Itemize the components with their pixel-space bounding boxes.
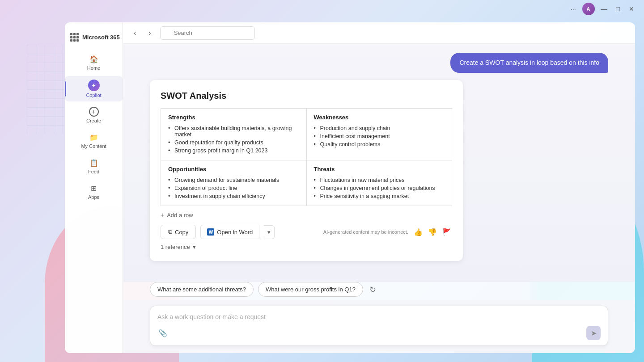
list-item: Fluctuations in raw material prices bbox=[314, 176, 445, 184]
sidebar: Microsoft 365 🏠 Home ✦ Copilot + Create … bbox=[65, 22, 123, 353]
sidebar-item-home[interactable]: 🏠 Home bbox=[65, 51, 123, 74]
strengths-list: Offers sustainable building materials, a… bbox=[168, 124, 299, 155]
swot-cell-weaknesses: Weaknesses Production and supply chain I… bbox=[306, 109, 452, 160]
open-in-word-button[interactable]: W Open in Word bbox=[200, 225, 259, 239]
window-controls: ··· A — □ ✕ bbox=[568, 3, 637, 15]
threats-header: Threats bbox=[314, 166, 445, 173]
sidebar-item-feed[interactable]: 📋 Feed bbox=[65, 154, 123, 178]
topbar: ··· A — □ ✕ bbox=[0, 0, 644, 18]
send-button[interactable]: ➤ bbox=[586, 326, 601, 340]
maximize-button[interactable]: □ bbox=[614, 4, 623, 13]
swot-cell-opportunities: Opportunities Growing demand for sustain… bbox=[161, 160, 307, 206]
copilot-icon: ✦ bbox=[88, 80, 100, 91]
feedback-icons: 👍 👎 🚩 bbox=[413, 227, 452, 237]
reference-label: 1 reference bbox=[161, 244, 190, 250]
swot-row-bottom: Opportunities Growing demand for sustain… bbox=[161, 160, 452, 206]
send-icon: ➤ bbox=[591, 329, 597, 337]
action-row: ⧉ Copy W Open in Word ▾ AI-generated con… bbox=[161, 225, 452, 239]
sidebar-item-my-content-label: My Content bbox=[81, 143, 106, 149]
input-area: 📎 ➤ bbox=[123, 300, 635, 353]
header: ‹ › 🔍 bbox=[123, 22, 635, 44]
copy-label: Copy bbox=[175, 229, 188, 236]
apps-icon: ⊞ bbox=[89, 183, 99, 193]
list-item: Inefficient cost management bbox=[314, 132, 445, 140]
avatar[interactable]: A bbox=[582, 3, 595, 15]
list-item: Strong gross profit margin in Q1 2023 bbox=[168, 147, 299, 155]
swot-row-top: Strengths Offers sustainable building ma… bbox=[161, 109, 452, 160]
list-item: Quality control problems bbox=[314, 140, 445, 148]
add-row-button[interactable]: + Add a row bbox=[161, 211, 452, 219]
open-word-label: Open in Word bbox=[217, 229, 253, 236]
sidebar-logo: Microsoft 365 bbox=[65, 29, 123, 45]
input-bottom: 📎 ➤ bbox=[157, 326, 601, 340]
refresh-suggestions-button[interactable]: ↻ bbox=[368, 283, 378, 296]
copy-icon: ⧉ bbox=[168, 228, 172, 236]
sidebar-item-my-content[interactable]: 📁 My Content bbox=[65, 129, 123, 152]
list-item: Investment in supply chain efficiency bbox=[168, 192, 299, 200]
close-button[interactable]: ✕ bbox=[626, 4, 637, 13]
content-area: ‹ › 🔍 Create a SWOT analysis in loop bas… bbox=[123, 22, 635, 353]
weaknesses-list: Production and supply chain Inefficient … bbox=[314, 124, 445, 148]
apps-grid-icon bbox=[70, 33, 79, 42]
my-content-icon: 📁 bbox=[89, 132, 99, 142]
list-item: Changes in government policies or regula… bbox=[314, 184, 445, 192]
feed-icon: 📋 bbox=[89, 158, 99, 168]
create-icon: + bbox=[89, 107, 99, 117]
threats-list: Fluctuations in raw material prices Chan… bbox=[314, 176, 445, 200]
user-prompt: Create a SWOT analysis in loop based on … bbox=[450, 53, 608, 73]
list-item: Good reputation for quality products bbox=[168, 139, 299, 147]
sidebar-item-home-label: Home bbox=[87, 65, 100, 71]
ai-response-card: SWOT Analysis Strengths Offers sustainab… bbox=[150, 80, 463, 261]
search-wrapper: 🔍 bbox=[160, 26, 384, 40]
list-item: Expansion of product line bbox=[168, 184, 299, 192]
opportunities-list: Growing demand for sustainable materials… bbox=[168, 176, 299, 200]
chat-input[interactable] bbox=[157, 311, 601, 322]
add-row-icon: + bbox=[161, 211, 164, 219]
attach-button[interactable]: 📎 bbox=[157, 328, 168, 338]
user-bubble: Create a SWOT analysis in loop based on … bbox=[450, 53, 608, 73]
add-row-label: Add a row bbox=[167, 212, 193, 219]
weaknesses-header: Weaknesses bbox=[314, 114, 445, 121]
list-item: Price sensitivity in a sagging market bbox=[314, 192, 445, 200]
search-input[interactable] bbox=[160, 26, 255, 40]
list-item: Growing demand for sustainable materials bbox=[168, 176, 299, 184]
suggestion-chip-profits[interactable]: What were our gross profits in Q1? bbox=[258, 282, 363, 297]
copy-button[interactable]: ⧉ Copy bbox=[161, 225, 196, 239]
opportunities-header: Opportunities bbox=[168, 166, 299, 173]
thumbs-down-button[interactable]: 👎 bbox=[427, 227, 438, 237]
ai-disclaimer: AI-generated content may be incorrect. bbox=[279, 229, 408, 235]
open-word-dropdown-button[interactable]: ▾ bbox=[264, 225, 275, 239]
minimize-button[interactable]: — bbox=[598, 4, 610, 13]
sidebar-item-apps[interactable]: ⊞ Apps bbox=[65, 180, 123, 203]
home-icon: 🏠 bbox=[89, 54, 99, 64]
suggestion-chip-threats[interactable]: What are some additional threats? bbox=[150, 282, 254, 297]
swot-title: SWOT Analysis bbox=[161, 91, 452, 101]
app-title: Microsoft 365 bbox=[82, 34, 120, 41]
flag-button[interactable]: 🚩 bbox=[441, 227, 452, 237]
list-item: Production and supply chain bbox=[314, 124, 445, 132]
thumbs-up-button[interactable]: 👍 bbox=[413, 227, 424, 237]
input-box: 📎 ➤ bbox=[150, 306, 608, 346]
chevron-down-icon: ▾ bbox=[193, 244, 196, 250]
sidebar-item-feed-label: Feed bbox=[88, 169, 99, 174]
sidebar-item-apps-label: Apps bbox=[88, 194, 99, 200]
swot-cell-strengths: Strengths Offers sustainable building ma… bbox=[161, 109, 307, 160]
active-indicator bbox=[65, 81, 66, 96]
swot-table: Strengths Offers sustainable building ma… bbox=[161, 108, 452, 206]
back-button[interactable]: ‹ bbox=[130, 27, 140, 39]
main-window: Microsoft 365 🏠 Home ✦ Copilot + Create … bbox=[65, 22, 635, 353]
suggestions-row: What are some additional threats? What w… bbox=[123, 282, 635, 297]
sidebar-item-create-label: Create bbox=[86, 118, 101, 123]
sidebar-item-copilot-label: Copilot bbox=[86, 93, 101, 98]
word-icon: W bbox=[207, 228, 214, 236]
sidebar-item-copilot[interactable]: ✦ Copilot bbox=[65, 76, 123, 101]
sidebar-item-create[interactable]: + Create bbox=[65, 103, 123, 127]
chat-area: Create a SWOT analysis in loop based on … bbox=[123, 44, 635, 282]
forward-button[interactable]: › bbox=[145, 27, 154, 39]
list-item: Offers sustainable building materials, a… bbox=[168, 124, 299, 139]
strengths-header: Strengths bbox=[168, 114, 299, 121]
reference-row[interactable]: 1 reference ▾ bbox=[161, 244, 452, 250]
chevron-down-icon: ▾ bbox=[267, 229, 271, 236]
swot-cell-threats: Threats Fluctuations in raw material pri… bbox=[306, 160, 452, 206]
more-button[interactable]: ··· bbox=[568, 4, 579, 13]
